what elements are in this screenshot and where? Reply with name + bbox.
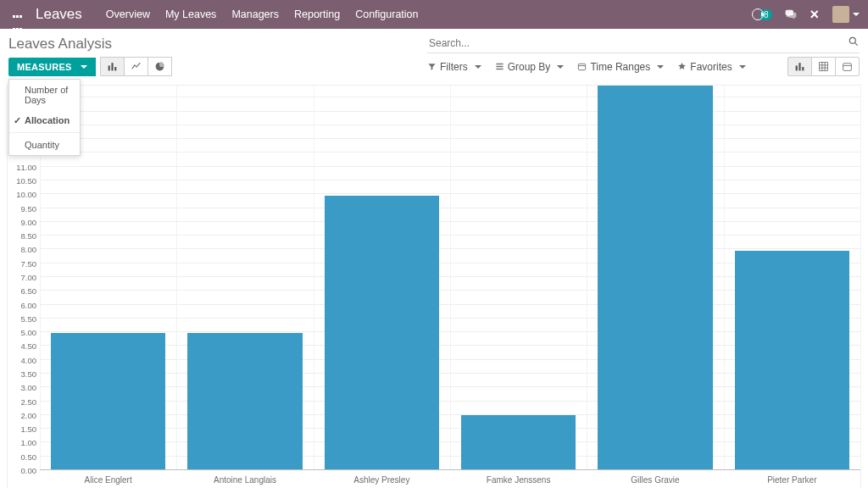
group-by-label: Group By [508, 61, 551, 73]
measure-label: Number of Days [25, 85, 68, 105]
bar[interactable] [461, 415, 576, 470]
y-tick: 6.50 [8, 286, 36, 296]
bar[interactable] [598, 86, 713, 470]
filters-label: Filters [440, 61, 468, 73]
svg-rect-4 [114, 67, 116, 70]
x-axis: Alice EnglertAntoine LanglaisAshley Pres… [40, 470, 860, 488]
chart-line-button[interactable] [124, 57, 148, 76]
y-tick: 8.00 [8, 245, 36, 254]
svg-rect-5 [496, 64, 503, 64]
y-tick: 5.00 [8, 328, 36, 337]
x-label: Alice Englert [40, 470, 176, 488]
y-tick: 0.50 [8, 452, 36, 461]
y-tick: 5.50 [8, 313, 36, 323]
bar[interactable] [735, 251, 850, 470]
y-tick: 9.00 [8, 217, 36, 226]
y-tick: 1.50 [8, 424, 36, 434]
bar[interactable] [187, 333, 303, 470]
view-graph-button[interactable] [787, 57, 812, 76]
y-tick: 8.50 [8, 231, 36, 241]
favorites-option[interactable]: Favorites [677, 61, 745, 73]
x-label: Gilles Gravie [587, 470, 723, 488]
x-label: Antoine Langlais [176, 470, 313, 488]
svg-point-0 [849, 37, 855, 43]
y-tick: 7.50 [8, 258, 36, 268]
gridline-v [860, 86, 861, 470]
activity-icon[interactable]: 8 [752, 8, 773, 20]
svg-rect-18 [843, 64, 852, 71]
svg-rect-13 [820, 63, 828, 71]
bar[interactable] [325, 196, 440, 470]
bar-slot [450, 86, 587, 470]
menu-my-leaves[interactable]: My Leaves [165, 8, 216, 20]
y-tick: 11.00 [8, 162, 36, 171]
y-tick: 10.50 [8, 176, 36, 186]
bar-slot [724, 86, 860, 470]
svg-rect-7 [496, 69, 503, 69]
bar[interactable] [51, 333, 166, 470]
search-options: Filters Group By Time Ranges Favorites [427, 61, 746, 73]
user-menu[interactable] [831, 6, 860, 23]
page-title: Leaves Analysis [8, 34, 112, 53]
chart: 0.000.501.001.502.002.503.003.504.004.50… [7, 85, 861, 488]
search-container [427, 34, 860, 53]
search-input[interactable] [427, 34, 860, 53]
filters-option[interactable]: Filters [427, 61, 481, 73]
svg-rect-3 [111, 63, 113, 70]
menu-overview[interactable]: Overview [106, 8, 150, 20]
measure-quantity[interactable]: Quantity [9, 135, 80, 155]
check-icon: ✓ [14, 115, 21, 126]
svg-line-1 [854, 42, 857, 45]
svg-rect-2 [108, 65, 109, 70]
apps-icon[interactable] [12, 8, 25, 21]
favorites-label: Favorites [690, 61, 732, 73]
y-tick: 3.00 [8, 383, 36, 392]
measure-label: Quantity [25, 140, 59, 150]
svg-rect-10 [796, 65, 798, 70]
x-label: Pieter Parker [724, 470, 860, 488]
measures-button[interactable]: MEASURES [8, 58, 96, 76]
chart-bars [40, 86, 860, 470]
y-tick: 4.50 [8, 341, 36, 351]
group-by-option[interactable]: Group By [495, 61, 565, 73]
svg-rect-11 [798, 63, 800, 70]
svg-rect-12 [802, 67, 804, 70]
close-icon[interactable]: × [810, 6, 819, 24]
bar-slot [314, 86, 450, 470]
measures-dropdown: Number of Days ✓Allocation Quantity [8, 79, 81, 156]
menu-managers[interactable]: Managers [231, 8, 279, 20]
view-calendar-button[interactable] [835, 57, 860, 76]
menu-configuration[interactable]: Configuration [355, 8, 418, 20]
y-tick: 2.00 [8, 410, 36, 419]
y-tick: 0.00 [8, 466, 36, 475]
y-tick: 10.00 [8, 190, 36, 199]
y-tick: 3.50 [8, 369, 36, 379]
bar-slot [176, 86, 313, 470]
search-icon[interactable] [848, 36, 860, 50]
app-brand: Leaves [36, 6, 82, 23]
avatar [832, 6, 849, 23]
svg-rect-6 [496, 66, 503, 67]
chat-icon[interactable] [784, 8, 798, 20]
view-pivot-button[interactable] [811, 57, 836, 76]
chart-bar-button[interactable] [100, 57, 125, 76]
dropdown-separator [9, 132, 80, 133]
main-menu: Overview My Leaves Managers Reporting Co… [106, 8, 419, 20]
y-tick: 6.00 [8, 300, 36, 309]
y-tick: 7.00 [8, 273, 36, 282]
measure-number-of-days[interactable]: Number of Days [9, 80, 80, 110]
y-tick: 1.00 [8, 438, 36, 447]
y-tick: 2.50 [8, 396, 36, 406]
y-tick: 9.50 [8, 203, 36, 213]
time-ranges-option[interactable]: Time Ranges [577, 61, 664, 73]
menu-reporting[interactable]: Reporting [294, 8, 340, 20]
measures-label: MEASURES [17, 62, 72, 72]
bar-slot [587, 86, 723, 470]
svg-rect-8 [579, 64, 586, 69]
y-tick: 4.00 [8, 355, 36, 364]
time-ranges-label: Time Ranges [590, 61, 650, 73]
measure-label: Allocation [25, 115, 70, 125]
measure-allocation[interactable]: ✓Allocation [9, 110, 80, 130]
x-label: Ashley Presley [314, 470, 450, 488]
chart-pie-button[interactable] [147, 57, 172, 76]
